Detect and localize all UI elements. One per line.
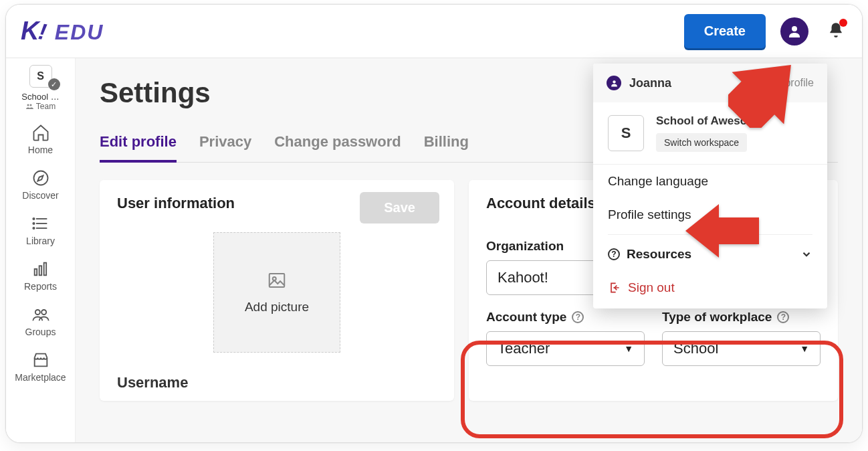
list-icon [31,214,50,233]
home-icon [31,123,50,142]
sidebar-item-label: Marketplace [15,372,66,383]
tab-billing[interactable]: Billing [424,126,469,162]
svg-point-9 [33,228,34,229]
logo-edu: EDU [55,20,104,45]
team-label: Team [25,102,56,111]
svg-rect-10 [34,269,37,275]
svg-rect-11 [39,266,41,275]
help-icon: ? [608,248,620,260]
notification-dot [839,19,847,27]
svg-point-2 [29,104,31,106]
topbar: K ! EDU Create [6,5,862,58]
menu-resources[interactable]: ? Resources [593,238,827,271]
svg-point-13 [35,310,39,314]
tab-edit-profile[interactable]: Edit profile [100,126,177,163]
compass-icon [31,169,50,187]
chevron-down-icon: ▼ [800,343,809,354]
switch-workspace-button[interactable]: Switch workspace [656,133,747,152]
save-button[interactable]: Save [360,192,439,223]
tab-change-password[interactable]: Change password [274,126,401,162]
logo-k: K [21,17,37,46]
profile-menu: Joanna View profile S School of Awesome … [593,64,827,308]
account-type-select[interactable]: Teacher ▼ [486,331,645,366]
account-type-label: Account type ? [486,310,645,325]
sidebar-item-label: Library [26,236,55,246]
workspace-switcher[interactable]: S ✓ School … Team [21,65,60,111]
add-picture-button[interactable]: Add picture [213,232,340,353]
sidebar-item-label: Reports [24,281,57,292]
workspace-row: S School of Awesome Switch workspace [593,102,827,165]
add-picture-label: Add picture [245,300,309,314]
tab-privacy[interactable]: Privacy [199,126,251,162]
group-icon [31,305,50,324]
username-label: Username [117,374,188,391]
sidebar-item-discover[interactable]: Discover [6,159,75,205]
logo[interactable]: K ! EDU [21,17,104,46]
workplace-type-select[interactable]: School ▼ [662,331,821,366]
store-icon [31,351,50,369]
organization-value: Kahoot! [498,269,548,286]
signout-icon [608,281,621,294]
sidebar: S ✓ School … Team Home Discover Library [6,58,76,442]
user-information-card: User information Save Add picture Userna… [100,180,454,401]
people-icon [25,102,33,110]
svg-point-7 [33,218,34,219]
svg-point-0 [792,26,797,31]
chevron-down-icon: ✓ [48,78,60,90]
sidebar-item-label: Groups [25,327,56,337]
profile-avatar-button[interactable] [780,17,808,46]
menu-sign-out[interactable]: Sign out [593,271,827,308]
workspace-name: School of Awesome [656,114,764,128]
svg-point-3 [33,171,47,185]
svg-point-17 [613,80,615,83]
sidebar-item-reports[interactable]: Reports [6,250,75,296]
svg-rect-15 [269,274,285,287]
svg-point-14 [41,310,46,314]
barchart-icon [31,260,50,278]
menu-change-language[interactable]: Change language [593,165,827,198]
workspace-name: School … [21,92,59,102]
help-icon[interactable]: ? [777,311,789,323]
help-icon[interactable]: ? [572,311,584,323]
sidebar-item-label: Home [28,145,53,155]
sidebar-item-marketplace[interactable]: Marketplace [6,341,75,387]
view-profile-link[interactable]: View profile [759,77,814,89]
profile-menu-username: Joanna [629,76,751,90]
person-icon [786,23,802,39]
chevron-down-icon [800,248,812,260]
image-icon [267,270,287,290]
sidebar-item-groups[interactable]: Groups [6,296,75,341]
workspace-initial: S [608,115,644,151]
sidebar-item-library[interactable]: Library [6,205,75,250]
svg-point-8 [33,223,34,224]
workplace-type-label: Type of workplace ? [662,310,821,325]
sidebar-item-home[interactable]: Home [6,114,75,159]
sidebar-item-label: Discover [22,190,58,201]
logo-bang: ! [37,18,49,45]
account-type-value: Teacher [498,340,550,357]
menu-profile-settings[interactable]: Profile settings [593,198,827,232]
notifications-button[interactable] [827,21,845,41]
chevron-down-icon: ▼ [624,343,633,354]
person-icon [607,76,621,90]
create-button[interactable]: Create [684,14,766,48]
profile-menu-header: Joanna View profile [593,64,827,102]
svg-point-1 [27,104,29,106]
workplace-type-value: School [673,340,718,357]
svg-rect-12 [43,263,46,276]
